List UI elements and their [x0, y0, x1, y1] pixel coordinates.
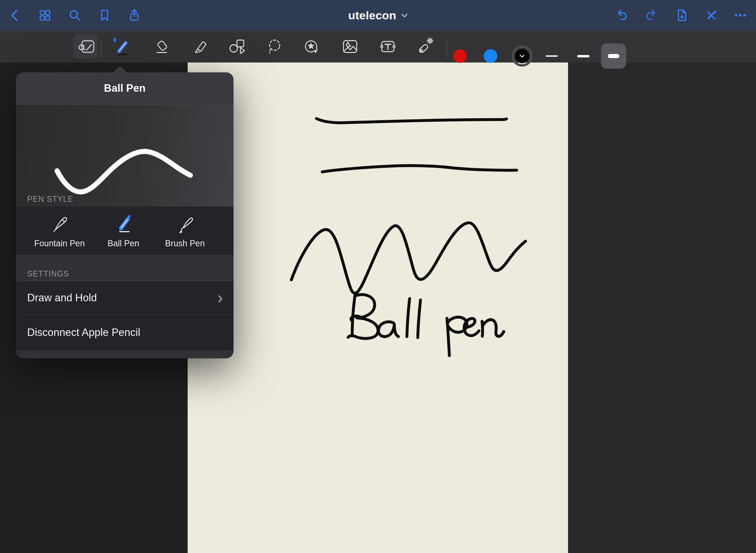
handwriting-icon [76, 37, 95, 56]
sticker-tool-button[interactable] [302, 37, 321, 56]
disconnect-apple-pencil-label: Disconnect Apple Pencil [27, 326, 140, 339]
document-title[interactable]: utelecon [348, 9, 396, 22]
popover-content: Ball Pen PEN STYLE Fountain Pen [16, 72, 234, 358]
pen-option-brush[interactable]: Brush Pen [153, 207, 217, 255]
pen-option-label: Ball Pen [107, 238, 139, 248]
goodnotes-screen: utelecon [0, 0, 756, 553]
thin-stroke-bar [546, 55, 558, 57]
popover-header: Ball Pen [16, 72, 234, 105]
add-page-button[interactable] [674, 8, 689, 23]
highlighter-tool-button[interactable] [190, 37, 209, 56]
lasso-tool-button[interactable] [265, 37, 284, 56]
pen-style-options: Fountain Pen Ball Pen Brush Pen [16, 207, 234, 255]
laser-pointer-icon [415, 37, 434, 56]
add-page-icon [674, 8, 689, 23]
eraser-icon [152, 37, 171, 56]
disconnect-apple-pencil-row[interactable]: Disconnect Apple Pencil [16, 315, 234, 350]
settings-section-label: SETTINGS [27, 269, 69, 279]
note-canvas[interactable] [188, 63, 568, 553]
stroke-width-thick-selected[interactable] [601, 43, 626, 69]
drawn-line-2 [322, 165, 517, 172]
redo-icon [644, 8, 659, 23]
drawn-wave [291, 223, 526, 293]
brush-pen-icon [174, 209, 196, 238]
draw-and-hold-row[interactable]: Draw and Hold › [16, 281, 234, 315]
color-swatch-black-selected[interactable] [512, 46, 533, 67]
image-tool-button[interactable] [339, 37, 358, 56]
more-button[interactable] [733, 8, 748, 23]
toolbar-divider [446, 40, 447, 58]
bluetooth-icon [113, 38, 116, 42]
black-swatch [515, 49, 529, 63]
eraser-tool-button[interactable] [152, 37, 171, 56]
medium-stroke-bar [577, 55, 589, 57]
image-icon [339, 37, 358, 56]
redo-button[interactable] [644, 8, 659, 23]
popover-footer [16, 350, 234, 358]
highlighter-icon [190, 37, 209, 56]
laser-tool-button[interactable] [415, 37, 434, 56]
color-swatch-red[interactable] [453, 49, 467, 63]
stroke-width-thin[interactable] [539, 43, 564, 69]
pen-settings-popover: Ball Pen PEN STYLE Fountain Pen [16, 72, 234, 358]
settings-section-header: SETTINGS [16, 255, 234, 281]
ellipsis-icon [733, 8, 748, 23]
color-swatch-blue[interactable] [484, 49, 497, 63]
top-navigation-bar: utelecon [0, 0, 756, 31]
chevron-down-icon [519, 54, 525, 58]
pen-option-label: Brush Pen [165, 238, 205, 248]
undo-button[interactable] [614, 8, 629, 23]
thick-stroke-bar [608, 54, 619, 58]
pen-option-ball-selected[interactable]: Ball Pen [91, 207, 156, 255]
text-icon [377, 37, 396, 56]
disable-pen-button[interactable] [704, 8, 719, 23]
pen-icon [112, 37, 131, 56]
pen-cross-icon [704, 8, 719, 23]
drawn-line-1 [316, 119, 506, 123]
title-chevron-down-icon[interactable] [401, 13, 408, 18]
lasso-icon [265, 37, 284, 56]
sticker-icon [302, 37, 321, 56]
text-tool-button[interactable] [377, 37, 396, 56]
stroke-preview-panel: PEN STYLE [16, 105, 234, 207]
draw-and-hold-label: Draw and Hold [27, 292, 97, 304]
pen-option-label: Fountain Pen [34, 238, 85, 248]
ball-pen-icon [113, 209, 134, 238]
popover-title: Ball Pen [104, 82, 145, 94]
handwriting-tool-button[interactable] [76, 37, 95, 56]
pen-tool-button[interactable] [112, 37, 131, 56]
settings-list: Draw and Hold › Disconnect Apple Pencil [16, 281, 234, 350]
pen-style-section-label: PEN STYLE [27, 195, 73, 204]
ink-strokes [188, 63, 568, 553]
stroke-preview-wave [16, 105, 234, 207]
shapes-tool-button[interactable] [226, 37, 245, 56]
toolbar-divider [101, 40, 101, 58]
document-title-wrap: utelecon [0, 0, 756, 31]
handwritten-ball-pen [348, 295, 504, 356]
tool-bar [0, 31, 756, 63]
undo-icon [614, 8, 629, 23]
stroke-width-medium[interactable] [571, 43, 596, 69]
fountain-pen-icon [49, 209, 70, 238]
shapes-icon [226, 37, 245, 56]
pen-option-fountain[interactable]: Fountain Pen [27, 207, 92, 255]
